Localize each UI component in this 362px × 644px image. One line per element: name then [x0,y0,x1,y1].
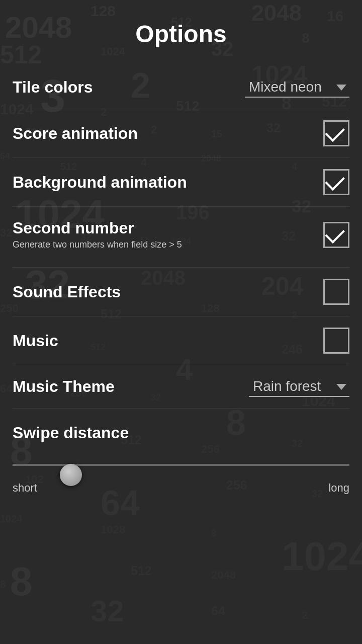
swipe-distance-slider[interactable] [13,464,349,466]
divider-5 [13,316,349,316]
divider-3 [13,206,349,207]
swipe-distance-section: Swipe distance short long [13,424,349,495]
divider-4 [13,267,349,268]
divider-7 [13,408,349,409]
second-number-group: Second number Generate two numbers when … [13,219,323,250]
divider-6 [13,365,349,365]
background-animation-row: Background animation [13,160,349,204]
background-animation-checkbox[interactable] [323,169,349,195]
music-checkbox[interactable] [323,328,349,354]
second-number-sublabel: Generate two numbers when field size > 5 [13,239,323,250]
music-theme-select[interactable]: Rain forest Classical Electronic Jazz [249,376,349,397]
score-animation-label: Score animation [13,124,323,143]
tile-colors-label: Tile colors [13,78,245,97]
music-label: Music [13,332,323,350]
background-animation-label: Background animation [13,173,323,192]
divider-1 [13,109,349,109]
second-number-checkbox[interactable] [323,222,349,248]
tile-colors-select[interactable]: Mixed neon Classic Pastel Monochrome [245,77,349,98]
music-theme-row: Music Theme Rain forest Classical Electr… [13,367,349,406]
second-number-label: Second number [13,219,323,237]
score-animation-checkbox[interactable] [323,120,349,146]
sound-effects-row: Sound Effects [13,270,349,314]
sound-effects-checkbox[interactable] [323,279,349,305]
slider-range-labels: short long [13,481,349,495]
page-title: Options [13,20,349,48]
divider-2 [13,157,349,158]
swipe-distance-label: Swipe distance [13,424,349,442]
sound-effects-label: Sound Effects [13,283,323,301]
slider-container [13,452,349,477]
slider-min-label: short [13,481,37,495]
tile-colors-dropdown-container[interactable]: Mixed neon Classic Pastel Monochrome [245,77,349,98]
music-theme-label: Music Theme [13,377,249,396]
music-row: Music [13,318,349,363]
second-number-row: Second number Generate two numbers when … [13,209,349,259]
tile-colors-row: Tile colors Mixed neon Classic Pastel Mo… [13,68,349,107]
music-theme-dropdown-container[interactable]: Rain forest Classical Electronic Jazz [249,376,349,397]
slider-max-label: long [328,481,349,495]
score-animation-row: Score animation [13,111,349,155]
